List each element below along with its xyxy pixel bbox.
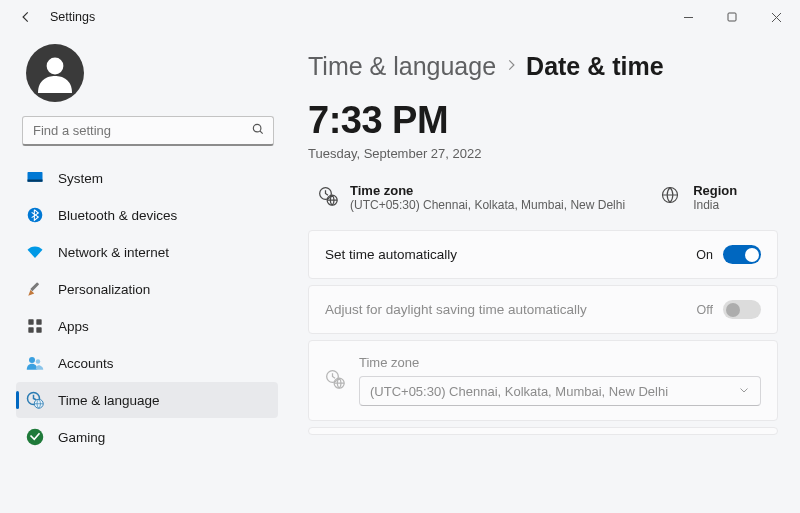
breadcrumb-parent[interactable]: Time & language: [308, 52, 496, 81]
region-info: Region India: [661, 183, 737, 212]
auto-time-toggle[interactable]: [723, 245, 761, 264]
sidebar-item-label: Network & internet: [58, 245, 169, 260]
sidebar-item-label: Accounts: [58, 356, 114, 371]
svg-rect-11: [28, 319, 33, 324]
wifi-icon: [26, 243, 44, 261]
clock-globe-icon: [26, 391, 44, 409]
svg-rect-12: [36, 319, 41, 324]
toggle-state-text: Off: [697, 303, 713, 317]
apps-icon: [26, 317, 44, 335]
timezone-icon: [325, 369, 345, 392]
svg-rect-13: [28, 327, 33, 332]
minimize-button[interactable]: [666, 2, 710, 32]
svg-point-19: [27, 429, 44, 446]
sidebar-item-label: Gaming: [58, 430, 105, 445]
chevron-right-icon: [504, 58, 518, 75]
sidebar-item-network[interactable]: Network & internet: [16, 234, 278, 270]
sidebar-item-bluetooth[interactable]: Bluetooth & devices: [16, 197, 278, 233]
titlebar: Settings: [0, 0, 800, 34]
gaming-icon: [26, 428, 44, 446]
sidebar-item-label: Personalization: [58, 282, 150, 297]
nav-list: System Bluetooth & devices Network & int…: [16, 160, 280, 513]
current-date: Tuesday, September 27, 2022: [308, 146, 778, 161]
svg-rect-1: [728, 13, 736, 21]
bluetooth-icon: [26, 206, 44, 224]
info-strip: Time zone (UTC+05:30) Chennai, Kolkata, …: [308, 173, 778, 222]
chevron-down-icon: [738, 384, 750, 399]
globe-icon: [661, 186, 681, 207]
accounts-icon: [26, 354, 44, 372]
setting-label: Time zone: [359, 355, 761, 370]
breadcrumb: Time & language Date & time: [308, 52, 778, 81]
avatar[interactable]: [26, 44, 84, 102]
maximize-button[interactable]: [710, 2, 754, 32]
sidebar-item-label: System: [58, 171, 103, 186]
system-icon: [26, 169, 44, 187]
svg-line-6: [260, 131, 263, 134]
svg-point-5: [253, 124, 261, 132]
svg-point-16: [36, 359, 41, 364]
setting-label: Adjust for daylight saving time automati…: [325, 302, 697, 317]
timezone-heading: Time zone: [350, 183, 625, 198]
sidebar-item-label: Bluetooth & devices: [58, 208, 177, 223]
page-title: Date & time: [526, 52, 664, 81]
auto-dst-toggle: [723, 300, 761, 319]
setting-label: Set time automatically: [325, 247, 696, 262]
svg-point-4: [47, 58, 64, 75]
sidebar-item-personalization[interactable]: Personalization: [16, 271, 278, 307]
search-input[interactable]: [33, 123, 251, 138]
timezone-info: Time zone (UTC+05:30) Chennai, Kolkata, …: [318, 183, 625, 212]
timezone-value: (UTC+05:30) Chennai, Kolkata, Mumbai, Ne…: [350, 198, 625, 212]
sidebar-item-system[interactable]: System: [16, 160, 278, 196]
timezone-icon: [318, 186, 338, 209]
main-content: Time & language Date & time 7:33 PM Tues…: [290, 34, 800, 513]
svg-rect-8: [28, 180, 43, 182]
paintbrush-icon: [26, 280, 44, 298]
setting-next-card[interactable]: [308, 427, 778, 435]
sidebar-item-time-language[interactable]: Time & language: [16, 382, 278, 418]
close-button[interactable]: [754, 2, 798, 32]
window-title: Settings: [50, 10, 95, 24]
svg-rect-14: [36, 327, 41, 332]
sidebar: System Bluetooth & devices Network & int…: [0, 34, 290, 513]
timezone-select: (UTC+05:30) Chennai, Kolkata, Mumbai, Ne…: [359, 376, 761, 406]
sidebar-item-label: Apps: [58, 319, 89, 334]
current-time: 7:33 PM: [308, 99, 778, 142]
back-button[interactable]: [14, 5, 38, 29]
sidebar-item-apps[interactable]: Apps: [16, 308, 278, 344]
setting-timezone-select: Time zone (UTC+05:30) Chennai, Kolkata, …: [308, 340, 778, 421]
search-box[interactable]: [22, 116, 274, 146]
setting-auto-time[interactable]: Set time automatically On: [308, 230, 778, 279]
region-value: India: [693, 198, 737, 212]
sidebar-item-accounts[interactable]: Accounts: [16, 345, 278, 381]
svg-rect-10: [30, 282, 39, 291]
sidebar-item-gaming[interactable]: Gaming: [16, 419, 278, 455]
toggle-state-text: On: [696, 248, 713, 262]
clock: 7:33 PM Tuesday, September 27, 2022: [308, 99, 778, 161]
region-heading: Region: [693, 183, 737, 198]
search-icon: [251, 122, 265, 139]
svg-point-15: [29, 357, 35, 363]
setting-auto-dst: Adjust for daylight saving time automati…: [308, 285, 778, 334]
sidebar-item-label: Time & language: [58, 393, 160, 408]
timezone-select-value: (UTC+05:30) Chennai, Kolkata, Mumbai, Ne…: [370, 384, 668, 399]
